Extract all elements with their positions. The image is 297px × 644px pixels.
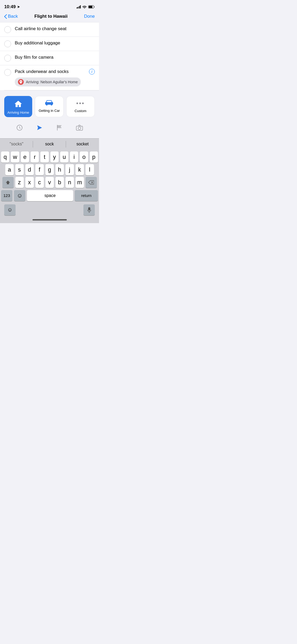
key-u[interactable]: u xyxy=(60,151,68,163)
autocomplete-socket[interactable]: socket xyxy=(66,139,99,150)
return-label: return xyxy=(81,193,91,198)
svg-point-11 xyxy=(78,127,81,130)
key-m[interactable]: m xyxy=(76,177,84,188)
nav-bar: Back Flight to Hawaii Done xyxy=(0,12,99,22)
location-arrow-icon[interactable] xyxy=(35,123,44,132)
car-icon xyxy=(45,100,54,107)
key-h[interactable]: h xyxy=(55,164,64,175)
home-indicator xyxy=(0,217,99,223)
trigger-arriving-home[interactable]: Arriving Home xyxy=(4,96,32,117)
key-p[interactable]: p xyxy=(90,151,98,163)
info-button[interactable]: i xyxy=(89,69,95,75)
key-k[interactable]: k xyxy=(76,164,84,175)
key-x[interactable]: x xyxy=(25,177,34,188)
key-z[interactable]: z xyxy=(15,177,24,188)
key-r[interactable]: r xyxy=(31,151,39,163)
key-t[interactable]: t xyxy=(40,151,49,163)
keyboard-row-3: z x c v b n m xyxy=(0,175,99,188)
todo-checkbox-3[interactable] xyxy=(4,55,11,62)
back-button[interactable]: Back xyxy=(4,14,18,19)
todo-text-2: Buy additional luggage xyxy=(15,40,60,46)
getting-in-car-label: Getting in Car xyxy=(39,109,60,113)
status-bar: 10:49 ➤ xyxy=(0,0,99,12)
battery-icon xyxy=(88,5,95,8)
key-n[interactable]: n xyxy=(65,177,74,188)
key-c[interactable]: c xyxy=(35,177,44,188)
done-button[interactable]: Done xyxy=(84,14,95,19)
trigger-getting-in-car[interactable]: Getting in Car xyxy=(35,96,63,117)
key-b[interactable]: b xyxy=(55,177,64,188)
todo-checkbox-2[interactable] xyxy=(4,40,11,47)
svg-rect-2 xyxy=(89,6,92,8)
todo-text-1: Call airline to change seat xyxy=(15,26,67,32)
key-e[interactable]: e xyxy=(21,151,29,163)
trigger-custom[interactable]: ••• Custom xyxy=(66,96,95,117)
keyboard-row-2: a s d f g h j k l xyxy=(0,163,99,175)
key-y[interactable]: y xyxy=(50,151,59,163)
key-mic[interactable] xyxy=(83,204,95,215)
svg-point-12 xyxy=(81,127,82,127)
clock-icon[interactable] xyxy=(15,123,24,132)
todo-text-row-4: Pack underwear and socks i xyxy=(15,69,95,75)
todo-text-3: Buy film for camera xyxy=(15,54,53,61)
reminder-text: Arriving: Nelson Aguilar's Home xyxy=(26,80,78,84)
time-label: 10:49 xyxy=(4,4,16,10)
custom-label: Custom xyxy=(74,109,86,113)
arriving-home-label: Arriving Home xyxy=(7,111,29,114)
reminder-badge[interactable]: Arriving: Nelson Aguilar's Home xyxy=(15,77,81,86)
todo-right-4: Pack underwear and socks i Arriving: Nel… xyxy=(15,69,95,90)
key-f[interactable]: f xyxy=(35,164,44,175)
location-icon: ➤ xyxy=(17,5,20,9)
svg-point-7 xyxy=(51,104,52,105)
keyboard-row-1: q w e r t y u i o p xyxy=(0,150,99,163)
space-label: space xyxy=(44,193,56,198)
key-g[interactable]: g xyxy=(45,164,54,175)
key-space[interactable]: space xyxy=(27,190,73,201)
svg-point-4 xyxy=(20,81,21,82)
todo-checkbox-4[interactable] xyxy=(4,69,11,76)
trigger-options: Arriving Home Getting in Car ••• Custom xyxy=(4,96,95,117)
key-a[interactable]: a xyxy=(5,164,14,175)
trigger-area: Arriving Home Getting in Car ••• Custom xyxy=(0,90,99,138)
key-j[interactable]: j xyxy=(65,164,74,175)
home-icon xyxy=(14,100,22,108)
status-icons xyxy=(77,5,95,8)
back-label: Back xyxy=(8,14,18,19)
key-v[interactable]: v xyxy=(45,177,54,188)
key-o[interactable]: o xyxy=(80,151,88,163)
home-bar xyxy=(32,219,67,220)
nav-title: Flight to Hawaii xyxy=(34,14,68,19)
key-delete[interactable] xyxy=(86,177,97,188)
autocomplete-socks-quoted[interactable]: "socks" xyxy=(0,139,33,150)
svg-rect-13 xyxy=(88,207,90,210)
key-d[interactable]: d xyxy=(25,164,34,175)
key-s[interactable]: s xyxy=(15,164,24,175)
reminder-location-icon xyxy=(18,79,24,85)
todo-checkbox-1[interactable] xyxy=(4,26,11,33)
key-i[interactable]: i xyxy=(70,151,78,163)
todo-item-4: Pack underwear and socks i Arriving: Nel… xyxy=(0,65,99,90)
todo-item-2: Buy additional luggage xyxy=(0,37,99,51)
flag-icon[interactable] xyxy=(55,123,64,132)
key-numbers[interactable]: 123 xyxy=(1,190,12,201)
svg-rect-1 xyxy=(94,6,95,8)
todo-item-3: Buy film for camera xyxy=(0,51,99,65)
signal-icon xyxy=(77,5,81,8)
key-emoji-bottom[interactable]: ☺ xyxy=(4,204,16,215)
autocomplete-text-1: sock xyxy=(45,142,54,146)
key-q[interactable]: q xyxy=(1,151,9,163)
autocomplete-text-0: "socks" xyxy=(10,142,23,146)
keyboard: q w e r t y u i o p a s d f g h j k l z … xyxy=(0,150,99,217)
key-l[interactable]: l xyxy=(86,164,94,175)
numbers-label: 123 xyxy=(3,193,10,198)
wifi-icon xyxy=(82,5,87,8)
key-shift[interactable] xyxy=(2,177,14,188)
key-w[interactable]: w xyxy=(11,151,19,163)
camera-icon[interactable] xyxy=(75,123,84,132)
svg-rect-8 xyxy=(47,101,51,102)
key-emoji[interactable]: ☺ xyxy=(14,190,25,201)
autocomplete-sock[interactable]: sock xyxy=(33,139,66,150)
svg-point-6 xyxy=(46,104,48,105)
key-return[interactable]: return xyxy=(75,190,98,201)
autocomplete-bar: "socks" sock socket xyxy=(0,138,99,150)
